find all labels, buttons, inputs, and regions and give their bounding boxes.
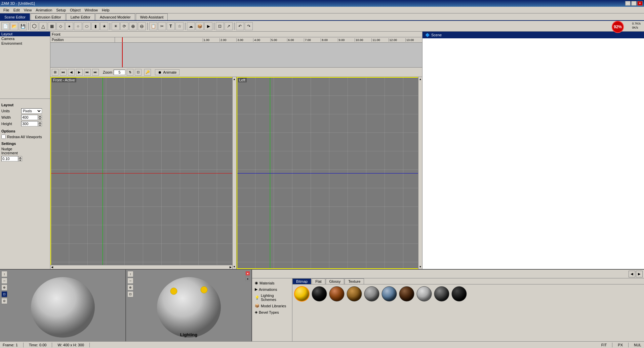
width-up[interactable]: ▲ [38,115,42,117]
tree-item-layout[interactable]: Layout [0,32,50,36]
sidebar-bevel-types[interactable]: ◈ Bevel Types [252,309,292,315]
mat-sphere-black[interactable] [311,286,327,303]
toolbar-star2[interactable]: ☆ [175,22,184,30]
side-gray[interactable]: ● [245,276,250,281]
mat-tab-glossy[interactable]: Glossy [326,278,345,284]
zoom-input[interactable] [114,70,125,75]
scene-panel-content[interactable] [422,38,644,269]
zoom-spinner[interactable]: ⇅ [127,69,133,76]
timeline-track-area[interactable] [50,43,422,67]
toolbar-cloud[interactable]: ☁ [187,22,195,30]
mat-tab-bitmap[interactable]: Bitmap [292,278,311,284]
toolbar-sphere[interactable]: ● [65,22,73,30]
menu-view[interactable]: View [22,7,34,13]
tree-item-environment[interactable]: Environment [0,41,50,46]
redraw-checkbox[interactable] [1,134,6,139]
tl-start-btn[interactable]: ⏮ [60,69,67,76]
tab-advanced-modeler[interactable]: Advanced Modeler [95,13,135,20]
toolbar-redo[interactable]: ↷ [245,22,253,30]
sphere-l-btn2[interactable]: ↔ [1,278,7,284]
sphere-left-viewport[interactable]: ↕ ↔ ⊕ ⊡ ⊖ [0,270,126,341]
toolbar-cut[interactable]: ✂ [158,22,166,30]
hscroll-right[interactable]: ▶ [229,265,232,269]
toolbar-circle[interactable]: ○ [74,22,82,30]
toolbar-open[interactable]: 📂 [10,22,18,30]
height-up[interactable]: ▲ [38,121,42,124]
sphere-r-btn2[interactable]: ↔ [127,278,133,284]
toolbar-pyramid[interactable]: △ [39,22,47,30]
tab-web-assistant[interactable]: Web Assistant [136,13,168,20]
maximize-button[interactable]: □ [631,1,637,6]
toolbar-add[interactable]: ⊕ [129,22,137,30]
sphere-r-btn3[interactable]: ⊕ [127,284,133,291]
sphere-l-btn1[interactable]: ↕ [1,271,7,277]
sphere-right-viewport[interactable]: ↕ ↔ ⊕ ⊡ Lighting ● ● [126,270,252,341]
toolbar-save[interactable]: 💾 [19,22,27,30]
tl-prev-btn[interactable]: ◀ [68,69,75,76]
toolbar-box[interactable]: ▦ [48,22,56,30]
tl-fit-btn[interactable]: ⊡ [135,69,142,76]
height-input[interactable] [21,121,38,126]
toolbar-target[interactable]: ⊡ [216,22,224,30]
sphere-r-btn4[interactable]: ⊡ [127,291,133,297]
toolbar-cylinder[interactable]: ⬭ [83,22,91,30]
tl-next-btn[interactable]: ⏭ [84,69,91,76]
animate-button[interactable]: ⏺ Animate [155,69,179,75]
width-down[interactable]: ▼ [38,117,42,120]
mat-sphere-darkgray[interactable] [434,286,450,303]
menu-help[interactable]: Help [100,7,112,13]
sphere-l-btn5[interactable]: ⊖ [1,298,7,304]
toolbar-package[interactable]: 📦 [196,22,204,30]
toolbar-cube[interactable]: ⬡ [30,22,38,30]
nudge-up[interactable]: ▲ [18,156,22,159]
toolbar-undo[interactable]: ↶ [236,22,244,30]
toolbar-rotate[interactable]: ⟳ [120,22,128,30]
vscroll-down[interactable]: ▼ [232,265,236,269]
sphere-r-btn1[interactable]: ↕ [127,271,133,277]
viewport-r-vscroll[interactable]: ▲ ▼ [418,77,422,269]
toolbar-text[interactable]: T [167,22,175,30]
vscroll-up[interactable]: ▲ [232,77,236,81]
toolbar-paste[interactable]: 📋 [149,22,157,30]
viewport-vscroll[interactable]: ▲ ▼ [232,77,236,269]
menu-edit[interactable]: Edit [11,7,22,13]
menu-window[interactable]: Window [83,7,100,13]
tl-grid-btn[interactable]: ⊞ [52,69,58,76]
sidebar-model-libraries[interactable]: 📦 Model Libraries [252,303,292,309]
toolbar-remove[interactable]: ⊖ [138,22,146,30]
menu-animation[interactable]: Animation [34,7,54,13]
mat-sphere-lightgray[interactable] [416,286,432,303]
tl-key-btn[interactable]: 🔑 [144,69,151,76]
viewport-left-view[interactable]: Left ▲ ▼ [237,77,422,269]
mat-sphere-bluegray[interactable] [381,286,397,303]
sphere-l-btn3[interactable]: ⊕ [1,284,7,291]
minimize-button[interactable]: ─ [625,1,631,6]
toolbar-sun[interactable]: ☀ [112,22,120,30]
toolbar-arrow[interactable]: ↗ [225,22,233,30]
viewport-front[interactable]: Front - Active ▲ ▼ ◀ ▶ [50,77,237,269]
mat-sphere-gray[interactable] [364,286,380,303]
tl-play-btn[interactable]: ▶ [76,69,83,76]
toolbar-star[interactable]: ★ [100,22,108,30]
mat-tab-texture[interactable]: Texture [345,278,364,284]
mat-sphere-wood[interactable] [346,286,362,303]
toolbar-diamond[interactable]: ◇ [56,22,65,30]
tree-item-camera[interactable]: Camera [0,36,50,41]
height-down[interactable]: ▼ [38,124,42,126]
menu-setup[interactable]: Setup [54,7,68,13]
side-red[interactable]: ● [245,271,250,276]
menu-object[interactable]: Object [68,7,83,13]
nudge-down[interactable]: ▼ [18,159,22,161]
units-select[interactable]: Pixels Inches cm [21,108,42,114]
r-vscroll-down[interactable]: ▼ [418,265,422,269]
nudge-input[interactable] [1,156,18,161]
mat-sphere-darkwood[interactable] [399,286,415,303]
menu-file[interactable]: File [1,7,11,13]
mat-nav-left[interactable]: ◀ [629,271,635,277]
sidebar-materials[interactable]: ◉ Materials [252,280,292,286]
mat-sphere-brown[interactable] [329,286,345,303]
tl-end-btn[interactable]: ⏭ [92,69,99,76]
sidebar-animations[interactable]: ▶ Animations [252,286,292,293]
mat-sphere-nearblack[interactable] [451,286,467,303]
sphere-l-btn4[interactable]: ⊡ [1,291,7,297]
